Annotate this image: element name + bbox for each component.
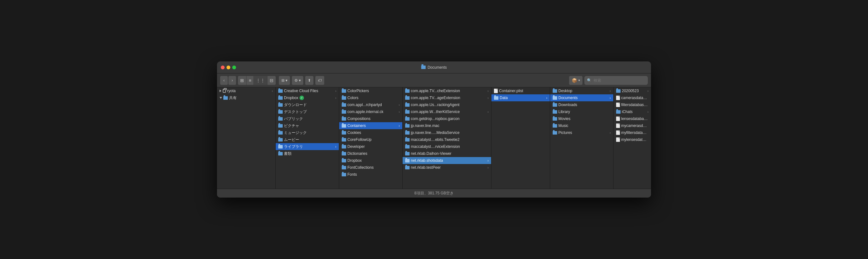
list-item[interactable]: Compositions: [339, 115, 402, 122]
list-item[interactable]: ダウンロード: [276, 101, 339, 108]
tag-button[interactable]: 🏷: [315, 76, 324, 85]
list-item-data[interactable]: Data ›: [491, 95, 550, 101]
item-label: ミュージック: [284, 130, 307, 136]
item-label: Documents: [558, 96, 578, 100]
icon-view-button[interactable]: ⊞: [238, 76, 246, 85]
list-item[interactable]: myfiltersdatabase.dat: [614, 129, 651, 136]
item-label: Dictionaries: [347, 151, 367, 156]
list-item-dictionaries[interactable]: Dictionaries: [339, 150, 402, 157]
view-options-button[interactable]: ⊞▾: [279, 76, 290, 85]
folder-icon: [342, 117, 346, 121]
action-button[interactable]: ⚙▾: [292, 76, 303, 85]
forward-button[interactable]: ›: [228, 76, 236, 85]
list-item[interactable]: パブリック: [276, 115, 339, 122]
list-item[interactable]: maccatalyst....ebits.Tweetie2: [403, 136, 491, 143]
list-item[interactable]: com.apple.internal.ck ›: [339, 108, 402, 115]
item-label: Pictures: [558, 131, 572, 135]
item-label: net.rklab.Daihon-Viewer: [411, 151, 452, 156]
list-item[interactable]: filtersdatabase.dat: [614, 101, 651, 108]
item-label: com.apple.TV...cheExtension: [411, 89, 460, 93]
file-icon: [616, 116, 620, 121]
statusbar: 8項目、381.75 GB空き: [217, 189, 651, 197]
list-item[interactable]: jp.naver.line.....MediaService: [403, 129, 491, 136]
list-item[interactable]: com.apple.W...therKitService ›: [403, 108, 491, 115]
list-item[interactable]: net.rklab.Daihon-Viewer: [403, 150, 491, 157]
chevron-icon: ›: [610, 96, 611, 100]
folder-icon: [421, 66, 426, 69]
fullscreen-button[interactable]: [232, 66, 236, 69]
item-label: net.rklab.testPeer: [411, 165, 441, 170]
chevron-icon: ›: [335, 145, 336, 148]
list-item[interactable]: net.rklab.testPeer ›: [403, 164, 491, 171]
list-item[interactable]: Pictures ›: [550, 129, 613, 136]
list-item[interactable]: Cookies: [339, 129, 402, 136]
minimize-button[interactable]: [226, 66, 230, 69]
list-item[interactable]: com.getdrop...ropbox.garcon: [403, 115, 491, 122]
search-box[interactable]: 🔍: [584, 76, 648, 85]
list-item[interactable]: Dropbox: [339, 157, 402, 164]
list-item[interactable]: com.apple.TV...ageExtension ›: [403, 95, 491, 101]
gallery-view-button[interactable]: ⊟: [268, 76, 276, 85]
list-item[interactable]: CoreFollowUp: [339, 136, 402, 143]
list-item[interactable]: Dropbox ✓ ›: [276, 95, 339, 101]
list-item[interactable]: Developer: [339, 143, 402, 150]
item-label: ライブラリ: [284, 144, 303, 149]
list-item-container-plist[interactable]: Container.plist: [491, 87, 550, 95]
search-input[interactable]: [594, 78, 641, 83]
list-item[interactable]: maccatalyst....rviceExtension: [403, 143, 491, 150]
file-icon: [616, 96, 620, 100]
folder-icon: [405, 89, 410, 93]
item-label: Compositions: [347, 116, 371, 121]
list-item[interactable]: Library: [550, 108, 613, 115]
list-item[interactable]: mylensesdatabase.dat: [614, 136, 651, 143]
list-item[interactable]: iChats ›: [614, 108, 651, 115]
list-item[interactable]: lensesdatabase.dat: [614, 115, 651, 122]
list-item[interactable]: ムービー: [276, 136, 339, 143]
sidebar-item-shared[interactable]: 共有: [217, 95, 275, 101]
list-item-documents[interactable]: Documents ›: [550, 95, 613, 101]
list-item[interactable]: Movies: [550, 115, 613, 122]
item-label: Colors: [347, 96, 359, 100]
list-item[interactable]: Downloads: [550, 101, 613, 108]
list-view-button[interactable]: ≡: [247, 76, 253, 85]
list-item[interactable]: FontCollections: [339, 164, 402, 171]
list-item[interactable]: camerasdatabase.dat: [614, 95, 651, 101]
list-item[interactable]: ミュージック: [276, 129, 339, 136]
list-item-shotsdata[interactable]: net.rklab.shotsdata ›: [403, 157, 491, 164]
item-label: デスクトップ: [284, 109, 307, 115]
list-item[interactable]: 書類: [276, 150, 339, 157]
list-item[interactable]: 20200523 ›: [614, 87, 651, 95]
close-button[interactable]: [221, 66, 225, 69]
item-label: FontCollections: [347, 165, 374, 170]
item-label: myfiltersdatabase.dat: [621, 131, 648, 135]
list-item[interactable]: Creative Cloud Files ›: [276, 87, 339, 95]
folder-icon: [405, 152, 410, 155]
folder-icon: [553, 110, 557, 114]
chevron-icon: ›: [335, 89, 336, 93]
list-item[interactable]: Colors: [339, 95, 402, 101]
back-button[interactable]: ‹: [220, 76, 228, 85]
list-item[interactable]: com.apple.TV...cheExtension ›: [403, 87, 491, 95]
lock-icon: [223, 89, 226, 93]
folder-icon: [616, 89, 621, 93]
folder-icon: [342, 96, 346, 100]
list-item[interactable]: com.appl...rchpartyd ›: [339, 101, 402, 108]
list-item[interactable]: ピクチャ: [276, 122, 339, 129]
list-item[interactable]: jp.naver.line.mac: [403, 122, 491, 129]
sidebar-item-ryota[interactable]: ryota ›: [217, 87, 275, 95]
list-item[interactable]: com.apple.Us...rackingAgent: [403, 101, 491, 108]
list-item-library[interactable]: ライブラリ ›: [276, 143, 339, 150]
list-item[interactable]: ColorPickers: [339, 87, 402, 95]
share-button[interactable]: ⬆: [305, 76, 313, 85]
column-view-button[interactable]: ⋮⋮: [254, 76, 267, 85]
list-item[interactable]: mycamerasdatabase.dat: [614, 122, 651, 129]
folder-icon: [342, 138, 346, 142]
list-item[interactable]: デスクトップ: [276, 108, 339, 115]
chevron-icon: ›: [488, 89, 489, 93]
list-item[interactable]: Desktop ›: [550, 87, 613, 95]
dropbox-button[interactable]: 📦 ▾: [569, 76, 583, 85]
list-item-containers[interactable]: Containers ›: [339, 122, 402, 129]
list-item[interactable]: Fonts: [339, 171, 402, 178]
list-item[interactable]: Music: [550, 122, 613, 129]
item-label: Data: [500, 96, 507, 100]
